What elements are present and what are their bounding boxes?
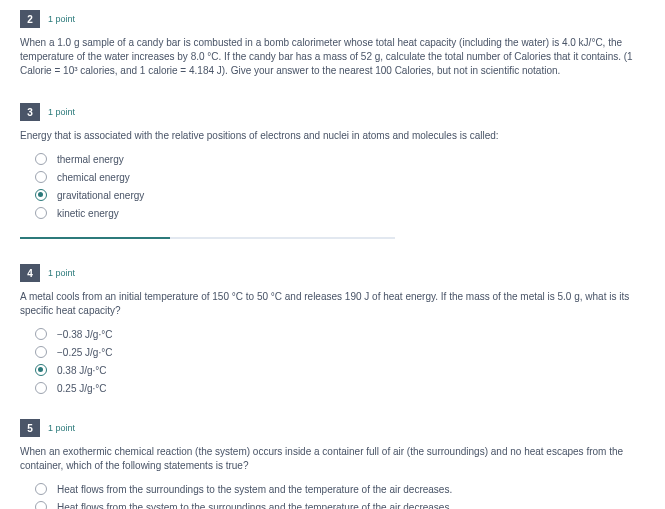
option[interactable]: 0.25 J/g·°C [35, 382, 645, 394]
radio-button[interactable] [35, 346, 47, 358]
option-label: −0.38 J/g·°C [57, 329, 112, 340]
option-label: −0.25 J/g·°C [57, 347, 112, 358]
option-label: kinetic energy [57, 208, 119, 219]
radio-button[interactable] [35, 171, 47, 183]
option-label: Heat flows from the surroundings to the … [57, 484, 452, 495]
question-number: 4 [20, 264, 40, 282]
option[interactable]: −0.25 J/g·°C [35, 346, 645, 358]
question-text: Energy that is associated with the relat… [20, 129, 645, 143]
question-number: 5 [20, 419, 40, 437]
question-3: 31 pointEnergy that is associated with t… [20, 103, 645, 239]
option[interactable]: kinetic energy [35, 207, 645, 219]
option[interactable]: 0.38 J/g·°C [35, 364, 645, 376]
option-label: Heat flows from the system to the surrou… [57, 502, 452, 510]
question-text: When a 1.0 g sample of a candy bar is co… [20, 36, 645, 78]
radio-button[interactable] [35, 189, 47, 201]
radio-button[interactable] [35, 501, 47, 509]
question-5: 51 pointWhen an exothermic chemical reac… [20, 419, 645, 509]
question-number: 2 [20, 10, 40, 28]
question-header: 21 point [20, 10, 645, 28]
radio-button[interactable] [35, 382, 47, 394]
option-label: thermal energy [57, 154, 124, 165]
progress-bar [20, 237, 395, 239]
question-points: 1 point [48, 423, 75, 433]
question-points: 1 point [48, 268, 75, 278]
radio-button[interactable] [35, 153, 47, 165]
question-header: 41 point [20, 264, 645, 282]
option-label: 0.25 J/g·°C [57, 383, 107, 394]
option[interactable]: −0.38 J/g·°C [35, 328, 645, 340]
option-label: chemical energy [57, 172, 130, 183]
option[interactable]: thermal energy [35, 153, 645, 165]
radio-button[interactable] [35, 483, 47, 495]
question-points: 1 point [48, 14, 75, 24]
question-text: When an exothermic chemical reaction (th… [20, 445, 645, 473]
option-label: gravitational energy [57, 190, 144, 201]
question-number: 3 [20, 103, 40, 121]
option[interactable]: Heat flows from the surroundings to the … [35, 483, 645, 495]
question-text: A metal cools from an initial temperatur… [20, 290, 645, 318]
question-2: 21 pointWhen a 1.0 g sample of a candy b… [20, 10, 645, 78]
radio-button[interactable] [35, 328, 47, 340]
question-header: 51 point [20, 419, 645, 437]
question-points: 1 point [48, 107, 75, 117]
radio-button[interactable] [35, 364, 47, 376]
question-4: 41 pointA metal cools from an initial te… [20, 264, 645, 394]
option[interactable]: chemical energy [35, 171, 645, 183]
option[interactable]: gravitational energy [35, 189, 645, 201]
option[interactable]: Heat flows from the system to the surrou… [35, 501, 645, 509]
question-header: 31 point [20, 103, 645, 121]
radio-button[interactable] [35, 207, 47, 219]
option-label: 0.38 J/g·°C [57, 365, 107, 376]
